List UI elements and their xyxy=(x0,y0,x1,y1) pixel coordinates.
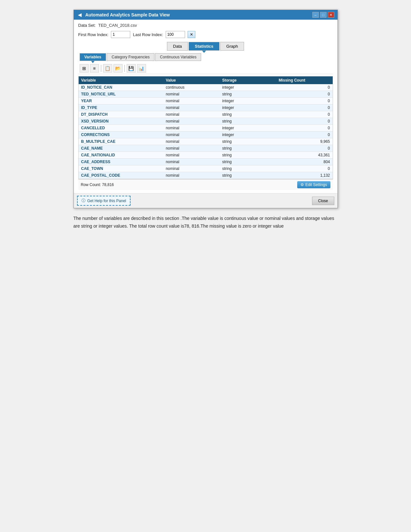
title-bar: ◀ Automated Analytics Sample Data View –… xyxy=(74,10,338,20)
maximize-button[interactable]: □ xyxy=(320,12,327,18)
col-header-variable: Variable xyxy=(79,76,163,84)
cell-storage: string xyxy=(220,145,276,152)
cell-value: nominal xyxy=(163,138,220,145)
minimize-button[interactable]: – xyxy=(312,12,319,18)
sub-tabs: Variables Category Frequencies Continuou… xyxy=(78,53,333,61)
cell-storage: integer xyxy=(220,132,276,138)
cell-missing: 43,361 xyxy=(276,152,332,159)
toolbar-list-btn[interactable]: ≡ xyxy=(90,64,99,73)
table-row: DT_DISPATCH nominal string 0 xyxy=(79,111,333,118)
cell-value: nominal xyxy=(163,165,220,172)
tab-graph[interactable]: Graph xyxy=(220,42,244,51)
cell-value: nominal xyxy=(163,152,220,159)
cell-storage: string xyxy=(220,159,276,165)
row-count-label: Row Count: 78,816 xyxy=(81,182,114,187)
cell-storage: string xyxy=(220,172,276,179)
sub-tab-category[interactable]: Category Frequencies xyxy=(107,53,154,61)
cell-missing: 0 xyxy=(276,125,332,132)
titlebar-close-button[interactable]: ✕ xyxy=(328,12,334,18)
cell-missing: 0 xyxy=(276,91,332,98)
table-row: YEAR nominal integer 0 xyxy=(79,98,333,104)
cell-missing: 0 xyxy=(276,145,332,152)
cell-value: nominal xyxy=(163,104,220,111)
table-row: TED_NOTICE_URL nominal string 0 xyxy=(79,91,333,98)
toolbar: ⊞ ≡ 📋 📂 💾 📊 xyxy=(78,63,333,74)
close-label: Close xyxy=(318,199,328,203)
table-row: CAE_POSTAL_CODE nominal string 1,132 xyxy=(79,172,333,179)
cell-value: nominal xyxy=(163,132,220,138)
cell-variable: CAE_NATIONALID xyxy=(79,152,163,159)
table-row: CAE_NATIONALID nominal string 43,361 xyxy=(79,152,333,159)
cell-missing: 0 xyxy=(276,165,332,172)
row-index-row: First Row Index: Last Row Index: ✕ xyxy=(78,31,333,38)
col-header-value: Value xyxy=(163,76,220,84)
cell-variable: CORRECTIONS xyxy=(79,132,163,138)
table-row: CAE_TOWN nominal string 0 xyxy=(79,165,333,172)
close-button[interactable]: Close xyxy=(312,197,334,205)
title-bar-controls: – □ ✕ xyxy=(312,12,334,18)
cell-variable: ID_TYPE xyxy=(79,104,163,111)
cell-value: nominal xyxy=(163,91,220,98)
sub-tab-arrow xyxy=(91,61,94,63)
cell-storage: integer xyxy=(220,125,276,132)
edit-settings-label: Edit Settings xyxy=(305,182,327,187)
toolbar-copy-btn[interactable]: 📋 xyxy=(103,64,112,73)
help-button[interactable]: ⓘ Get Help for this Panel xyxy=(77,196,131,206)
cell-missing: 0 xyxy=(276,118,332,125)
dataset-row: Data Set: TED_CAN_2018.csv xyxy=(78,23,333,28)
tab-data[interactable]: Data xyxy=(167,42,188,51)
cell-variable: CAE_NAME xyxy=(79,145,163,152)
toolbar-folder-btn[interactable]: 📂 xyxy=(113,64,122,73)
table-row: XSD_VERSION nominal string 0 xyxy=(79,118,333,125)
cell-variable: CAE_ADDRESS xyxy=(79,159,163,165)
cell-value: nominal xyxy=(163,125,220,132)
cell-storage: string xyxy=(220,91,276,98)
dataset-value: TED_CAN_2018.csv xyxy=(98,23,137,28)
col-header-missing: Missing Count xyxy=(276,76,332,84)
cell-missing: 0 xyxy=(276,104,332,111)
cell-missing: 0 xyxy=(276,132,332,138)
row-count-text: Row Count: xyxy=(81,182,101,187)
cell-missing: 804 xyxy=(276,159,332,165)
settings-icon: ⚙ xyxy=(300,182,304,187)
cell-storage: integer xyxy=(220,104,276,111)
tab-arrow xyxy=(202,51,206,53)
refresh-button[interactable]: ✕ xyxy=(188,31,195,38)
cell-value: nominal xyxy=(163,111,220,118)
table-row: CORRECTIONS nominal integer 0 xyxy=(79,132,333,138)
cell-variable: DT_DISPATCH xyxy=(79,111,163,118)
cell-variable: CANCELLED xyxy=(79,125,163,132)
toolbar-grid-btn[interactable]: ⊞ xyxy=(80,64,89,73)
cell-variable: TED_NOTICE_URL xyxy=(79,91,163,98)
toolbar-save-btn[interactable]: 💾 xyxy=(127,64,136,73)
first-row-input[interactable] xyxy=(111,31,130,38)
col-header-storage: Storage xyxy=(220,76,276,84)
cell-variable: XSD_VERSION xyxy=(79,118,163,125)
cell-variable: CAE_TOWN xyxy=(79,165,163,172)
toolbar-sep-2 xyxy=(124,65,125,72)
status-bar: Row Count: 78,816 ⚙ Edit Settings xyxy=(78,179,333,190)
window-body: Data Set: TED_CAN_2018.csv First Row Ind… xyxy=(74,20,338,193)
cell-storage: string xyxy=(220,152,276,159)
sub-tab-variables[interactable]: Variables xyxy=(80,53,106,61)
cell-value: nominal xyxy=(163,98,220,104)
main-tabs: Data Statistics Graph xyxy=(78,42,333,51)
data-table: Variable Value Storage Missing Count ID_… xyxy=(79,76,333,179)
cell-missing: 9,965 xyxy=(276,138,332,145)
last-row-label: Last Row Index: xyxy=(133,32,163,37)
cell-variable: CAE_POSTAL_CODE xyxy=(79,172,163,179)
tab-statistics[interactable]: Statistics xyxy=(189,42,220,51)
table-row: B_MULTIPLE_CAE nominal string 9,965 xyxy=(79,138,333,145)
data-table-wrapper: Variable Value Storage Missing Count ID_… xyxy=(78,76,333,179)
table-row: CANCELLED nominal integer 0 xyxy=(79,125,333,132)
description-text: The number of variables are described in… xyxy=(73,215,338,230)
last-row-input[interactable] xyxy=(166,31,185,38)
cell-storage: string xyxy=(220,138,276,145)
cell-storage: string xyxy=(220,111,276,118)
sub-tab-continuous[interactable]: Continuous Variables xyxy=(155,53,201,61)
cell-value: continuous xyxy=(163,84,220,91)
cell-value: nominal xyxy=(163,159,220,165)
toolbar-table-btn[interactable]: 📊 xyxy=(137,64,146,73)
edit-settings-button[interactable]: ⚙ Edit Settings xyxy=(297,181,330,188)
table-row: CAE_ADDRESS nominal string 804 xyxy=(79,159,333,165)
